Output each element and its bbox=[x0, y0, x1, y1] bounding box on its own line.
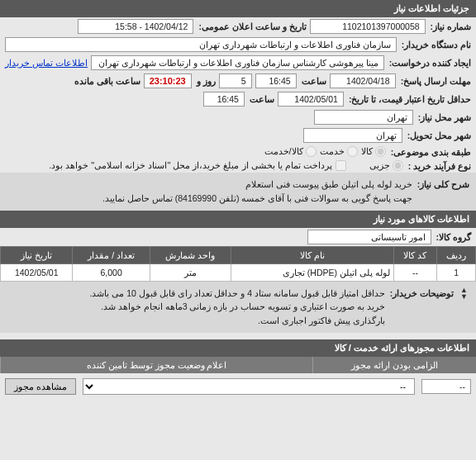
label-city-need: شهر محل نیاز: bbox=[416, 112, 471, 122]
countdown: 23:10:23 bbox=[144, 74, 192, 88]
field-deadline-time: 16:45 bbox=[255, 74, 297, 88]
label-deadline: مهلت ارسال پاسخ: bbox=[399, 76, 471, 86]
label-buyer-notes: توضیحات خریدار: bbox=[390, 287, 454, 301]
radio-ptype-small bbox=[393, 160, 403, 171]
desc-line2: جهت پاسخ گویی به سوالات فنی با آقای خمسه… bbox=[7, 192, 412, 206]
main-header: جزئیات اطلاعات نیاز bbox=[0, 0, 476, 17]
field-days-remain: 5 bbox=[219, 74, 252, 88]
contact-link[interactable]: اطلاعات تماس خریدار bbox=[5, 58, 88, 69]
col-announce: اعلام وضعیت مجوز توسط تامین کننده bbox=[0, 357, 312, 373]
label-requester: ایجاد کننده درخواست: bbox=[388, 58, 471, 68]
th-name: نام کالا bbox=[231, 246, 393, 263]
field-valid-time: 16:45 bbox=[203, 92, 245, 107]
desc-line1: خرید لوله پلی اتیلن طبق پیوست فنی استعلا… bbox=[7, 178, 412, 192]
label-category: طبقه بندی موضوعی: bbox=[389, 147, 471, 157]
field-city-deliver: تهران bbox=[303, 128, 402, 143]
th-qty: تعداد / مقدار bbox=[73, 246, 150, 263]
cell-date: 1402/05/01 bbox=[1, 263, 73, 281]
label-ptype: نوع فرآیند خرید : bbox=[407, 161, 471, 171]
field-announce-dt: 1402/04/12 - 15:58 bbox=[78, 19, 193, 34]
label-goods-group: گروه کالا: bbox=[435, 232, 471, 242]
radio-both bbox=[306, 146, 317, 157]
label-buyer: نام دستگاه خریدار: bbox=[400, 40, 471, 50]
service-header: اطلاعات مجوزهای ارائه خدمت / کالا bbox=[0, 339, 476, 357]
th-date: تاریخ نیاز bbox=[1, 246, 73, 263]
col-mandatory: الزامی بودن ارائه مجوز bbox=[312, 357, 476, 373]
label-time1: ساعت bbox=[300, 76, 326, 86]
notes-line2: خرید به صورت اعتباری و تسویه حساب در باز… bbox=[7, 300, 385, 314]
goods-header: اطلاعات کالاهای مورد نیاز bbox=[0, 211, 476, 228]
label-need-no: شماره نیاز: bbox=[429, 21, 471, 31]
field-city-need: تهران bbox=[314, 110, 413, 125]
payment-note: پرداخت تمام یا بخشی از مبلغ خرید،از محل … bbox=[49, 160, 332, 171]
label-time2: ساعت bbox=[248, 94, 274, 104]
label-remain: ساعت باقی مانده bbox=[73, 76, 140, 86]
field-mandatory-val: -- bbox=[421, 379, 471, 394]
label-min-valid: حداقل تاریخ اعتبار قیمت، تا تاریخ: bbox=[347, 94, 471, 104]
status-select[interactable]: -- bbox=[83, 378, 415, 395]
cell-qty: 6,000 bbox=[73, 263, 150, 281]
th-idx: ردیف bbox=[437, 246, 476, 263]
field-buyer: سازمان فناوری اطلاعات و ارتباطات شهرداری… bbox=[5, 37, 397, 52]
label-announce-dt: تاریخ و ساعت اعلان عمومی: bbox=[197, 21, 306, 31]
goods-table: ردیف کد کالا نام کالا واحد شمارش تعداد /… bbox=[0, 246, 476, 282]
radio-ptype-small-label: جزیی bbox=[369, 160, 390, 171]
radio-both-label: کالا/خدمت bbox=[264, 146, 303, 157]
field-deadline-date: 1402/04/18 bbox=[330, 74, 396, 88]
checkbox-payment bbox=[336, 160, 346, 171]
cell-name: لوله پلی اتیلن (HDPE) تجاری bbox=[231, 263, 393, 281]
radio-goods bbox=[375, 146, 386, 157]
radio-service bbox=[347, 146, 358, 157]
label-day-and: روز و bbox=[195, 76, 216, 86]
cell-idx: 1 bbox=[437, 263, 476, 281]
th-code: کد کالا bbox=[393, 246, 436, 263]
notes-line3: بارگذاری پیش فاکتور اجباری است. bbox=[7, 314, 385, 328]
cell-code: -- bbox=[393, 263, 436, 281]
field-valid-date: 1402/05/01 bbox=[278, 92, 344, 107]
notes-line1: حداقل امتیاز قابل قبول سامانه ستاد 4 و ح… bbox=[7, 287, 385, 301]
radio-goods-label: کالا bbox=[361, 146, 373, 157]
cell-unit: متر bbox=[150, 263, 231, 281]
scroll-updown-icon[interactable]: ▲ ▼ bbox=[459, 287, 469, 300]
field-need-no: 1102101397000058 bbox=[310, 19, 426, 34]
label-city-deliver: شهر محل تحویل: bbox=[406, 130, 471, 140]
th-unit: واحد شمارش bbox=[150, 246, 231, 263]
radio-service-label: خدمت bbox=[320, 146, 345, 157]
label-desc: شرح کلی نیاز: bbox=[417, 178, 469, 206]
table-row: 1 -- لوله پلی اتیلن (HDPE) تجاری متر 6,0… bbox=[1, 263, 476, 281]
field-requester: مینا پیرهوشی کارشناس سازمان فناوری اطلاع… bbox=[91, 55, 384, 70]
view-license-button[interactable]: مشاهده مجوز bbox=[5, 378, 76, 395]
field-goods-group: امور تاسیساتی bbox=[307, 230, 431, 244]
footer-columns: الزامی بودن ارائه مجوز اعلام وضعیت مجوز … bbox=[0, 357, 476, 373]
chevron-down-icon[interactable]: ▼ bbox=[460, 293, 468, 300]
